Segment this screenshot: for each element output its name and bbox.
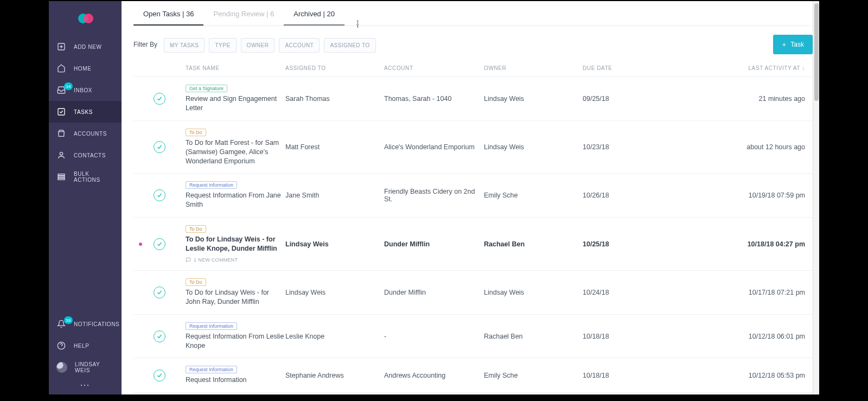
sidebar-item-inbox[interactable]: 34INBOX [49, 79, 122, 101]
logo[interactable] [49, 1, 122, 36]
task-type-tag: To Do [186, 225, 206, 233]
task-type-tag: Request Information [186, 366, 237, 373]
owner: Emily Sche [484, 372, 583, 379]
owner: Emily Sche [484, 192, 583, 199]
tabs: Open Tasks | 36Pending Review | 6Archive… [133, 1, 810, 26]
bulk-icon [56, 172, 66, 182]
sidebar-item-label: CONTACTS [74, 152, 106, 158]
filter-chip-my-tasks[interactable]: MY TASKS [164, 38, 205, 53]
sidebar-item-label: TASKS [74, 109, 93, 115]
sidebar-item-tasks[interactable]: TASKS [49, 101, 122, 123]
sidebar-item-label: ACCOUNTS [74, 131, 107, 137]
due-date: 10/26/18 [583, 192, 662, 199]
inbox-badge: 34 [64, 82, 73, 90]
complete-task-button[interactable] [154, 93, 165, 105]
unread-dot [139, 243, 142, 246]
col-header-due-date[interactable]: DUE DATE [583, 65, 662, 71]
table-row[interactable]: Request InformationRequest Information F… [133, 393, 813, 394]
filter-chip-type[interactable]: TYPE [209, 38, 236, 53]
last-activity: 10/12/18 06:01 pm [662, 333, 813, 340]
filter-chip-assigned-to[interactable]: ASSIGNED TO [324, 38, 375, 53]
table-row[interactable]: To DoTo Do for Lindsay Weis - for John R… [133, 271, 813, 315]
table-header: TASK NAME ASSIGNED TO ACCOUNT OWNER DUE … [133, 62, 813, 77]
sidebar-item-label: BULK ACTIONS [74, 171, 114, 183]
account: Friendly Beasts Cidery on 2nd St. [384, 188, 484, 203]
assigned-to: Jane Smith [285, 192, 384, 199]
task-title: Request Information From Jane Smith [186, 191, 285, 209]
task-type-tag: Request Information [186, 181, 237, 189]
account: - [384, 333, 484, 340]
last-activity: 10/18/18 04:27 pm [662, 240, 813, 248]
due-date: 10/18/18 [583, 372, 662, 379]
svg-rect-4 [58, 176, 65, 178]
sidebar-item-user[interactable]: LINDSAY WEIS [49, 357, 122, 378]
tab-pending[interactable]: Pending Review | 6 [203, 2, 284, 26]
sidebar-more-button[interactable]: ⋯ [49, 378, 122, 394]
accounts-icon [56, 129, 66, 138]
filter-chip-owner[interactable]: OWNER [241, 38, 275, 53]
owner: Lindsay Weis [484, 143, 583, 151]
last-activity: 10/17/18 07:21 pm [662, 289, 813, 296]
cursor-icon [355, 18, 363, 29]
complete-task-button[interactable] [154, 370, 165, 381]
complete-task-button[interactable] [154, 287, 165, 298]
account: Andrews Accounting [384, 372, 484, 379]
table-row[interactable]: Get a SignatureReview and Sign Engagemen… [133, 77, 813, 121]
sidebar-item-label: LINDSAY WEIS [75, 361, 114, 373]
task-title: To Do for Lindsay Weis - for John Ray, D… [186, 288, 285, 307]
last-activity: about 12 hours ago [662, 143, 813, 151]
col-header-last-activity[interactable]: LAST ACTIVITY AT ↓ [662, 65, 813, 71]
due-date: 10/24/18 [583, 289, 662, 296]
col-header-owner[interactable]: OWNER [484, 65, 583, 71]
notifications-badge: 38 [64, 316, 73, 324]
sidebar-item-accounts[interactable]: ACCOUNTS [49, 123, 122, 144]
assigned-to: Lindsay Weis [285, 289, 384, 296]
owner: Rachael Ben [484, 333, 583, 340]
svg-point-2 [60, 152, 62, 155]
tab-archived[interactable]: Archived | 20 [284, 2, 344, 26]
sidebar-item-home[interactable]: HOME [49, 58, 122, 79]
assigned-to: Lindsay Weis [285, 240, 384, 248]
account: Dunder Mifflin [384, 240, 484, 248]
sidebar-item-bulk[interactable]: BULK ACTIONS [49, 166, 122, 188]
svg-rect-5 [58, 179, 65, 180]
sidebar-item-help[interactable]: HELP [49, 335, 122, 357]
owner: Rachael Ben [484, 240, 583, 248]
assigned-to: Matt Forest [285, 143, 384, 151]
tab-open[interactable]: Open Tasks | 36 [133, 2, 203, 26]
sidebar-item-notifications[interactable]: 38 NOTIFICATIONS [49, 313, 122, 335]
table-row[interactable]: Request InformationRequest InformationSt… [133, 358, 813, 393]
account: Alice's Wonderland Emporium [384, 143, 484, 151]
col-header-task-name[interactable]: TASK NAME [186, 65, 285, 71]
contacts-icon [56, 150, 66, 160]
sidebar-item-contacts[interactable]: CONTACTS [49, 144, 122, 166]
assigned-to: Stephanie Andrews [285, 372, 384, 379]
add-new-icon [56, 42, 66, 52]
due-date: 09/25/18 [583, 95, 662, 103]
table-row[interactable]: Request InformationRequest Information F… [133, 315, 813, 359]
col-header-account[interactable]: ACCOUNT [384, 65, 484, 71]
due-date: 10/25/18 [583, 240, 662, 248]
filter-by-label: Filter By [133, 41, 157, 48]
complete-task-button[interactable] [154, 189, 165, 201]
sidebar-item-label: INBOX [74, 87, 92, 93]
add-task-button[interactable]: + Task [773, 35, 813, 54]
task-type-tag: To Do [186, 129, 206, 136]
avatar [56, 362, 67, 373]
owner: Lindsay Weis [484, 95, 583, 103]
sidebar-item-label: HELP [74, 343, 90, 349]
complete-task-button[interactable] [154, 330, 165, 342]
account: Dunder Mifflin [384, 289, 484, 296]
sidebar-item-label: ADD NEW [74, 44, 101, 50]
sidebar-item-add-new[interactable]: ADD NEW [49, 36, 122, 58]
add-task-label: Task [790, 41, 804, 48]
table-row[interactable]: Request InformationRequest Information F… [133, 174, 813, 218]
complete-task-button[interactable] [154, 238, 165, 250]
filter-chip-account[interactable]: ACCOUNT [279, 38, 320, 53]
task-title: Review and Sign Engagement Letter [186, 94, 285, 113]
page-scrollbar[interactable] [813, 1, 819, 394]
table-row[interactable]: To DoTo Do for Matt Forest - for Sam (Sa… [133, 121, 813, 174]
table-row[interactable]: To DoTo Do for Lindsay Weis - for Leslie… [133, 218, 813, 271]
col-header-assigned-to[interactable]: ASSIGNED TO [285, 65, 384, 71]
complete-task-button[interactable] [154, 141, 165, 153]
